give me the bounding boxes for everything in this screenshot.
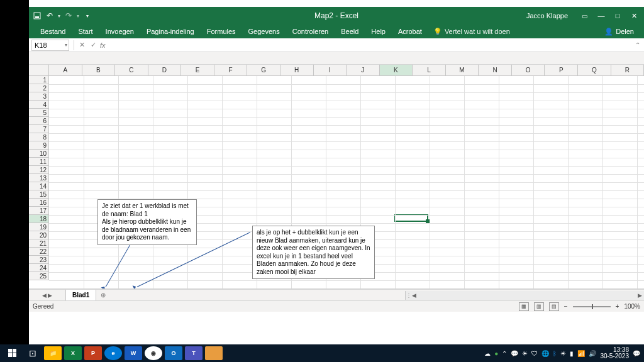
tray-security-icon[interactable]: 🛡 (531, 350, 538, 357)
scroll-right-icon[interactable]: ▶ (635, 291, 644, 300)
row-header-10[interactable]: 10 (29, 150, 48, 158)
row-header-19[interactable]: 19 (29, 223, 48, 231)
row-header-18[interactable]: 18 (29, 215, 48, 223)
column-header-J[interactable]: J (347, 65, 380, 75)
row-header-8[interactable]: 8 (29, 133, 48, 141)
tray-icon[interactable]: ● (494, 350, 498, 357)
tab-help[interactable]: Help (365, 25, 392, 38)
share-button[interactable]: 👤 Delen (604, 28, 639, 36)
tray-battery-icon[interactable]: ▮ (570, 350, 574, 357)
page-layout-view-button[interactable]: ▥ (534, 302, 544, 311)
taskbar-clock[interactable]: 13:38 30-5-2023 (600, 347, 629, 359)
row-header-1[interactable]: 1 (29, 76, 48, 84)
fx-label[interactable]: fx (100, 41, 106, 49)
start-button[interactable] (4, 346, 21, 360)
enter-formula-button[interactable]: ✓ (87, 41, 99, 49)
row-header-5[interactable]: 5 (29, 109, 48, 117)
maximize-button[interactable]: □ (610, 10, 625, 21)
column-header-L[interactable]: L (413, 65, 446, 75)
qat-customize-icon[interactable]: ▾ (83, 11, 92, 20)
expand-formula-bar-icon[interactable]: ⌃ (631, 41, 644, 48)
tray-brightness-icon[interactable]: ☀ (560, 350, 566, 357)
close-button[interactable]: ✕ (626, 10, 641, 21)
tab-gegevens[interactable]: Gegevens (242, 25, 286, 38)
row-header-21[interactable]: 21 (29, 239, 48, 248)
notifications-icon[interactable]: 💬 (633, 350, 640, 357)
row-header-15[interactable]: 15 (29, 190, 48, 199)
row-header-25[interactable]: 25 (29, 272, 48, 280)
redo-icon[interactable]: ↷ (64, 11, 73, 20)
row-header-22[interactable]: 22 (29, 248, 48, 256)
save-icon[interactable] (33, 11, 42, 20)
column-header-O[interactable]: O (512, 65, 545, 75)
column-header-A[interactable]: A (49, 65, 82, 75)
new-sheet-button[interactable]: ⊕ (96, 292, 110, 299)
column-header-E[interactable]: E (181, 65, 214, 75)
row-header-11[interactable]: 11 (29, 158, 48, 166)
tray-bluetooth-icon[interactable]: ᛒ (553, 350, 557, 357)
tab-invoegen[interactable]: Invoegen (99, 25, 140, 38)
row-header-7[interactable]: 7 (29, 125, 48, 133)
tab-acrobat[interactable]: Acrobat (392, 25, 428, 38)
normal-view-button[interactable]: ▦ (519, 302, 529, 311)
column-header-C[interactable]: C (115, 65, 148, 75)
column-header-H[interactable]: H (280, 65, 314, 75)
column-header-Q[interactable]: Q (578, 65, 611, 75)
zoom-slider[interactable] (573, 306, 611, 307)
ribbon-display-icon[interactable]: ▭ (582, 13, 587, 19)
row-header-16[interactable]: 16 (29, 199, 48, 207)
tray-onedrive-icon[interactable]: ☁ (484, 350, 491, 357)
tab-formules[interactable]: Formules (201, 25, 242, 38)
column-header-F[interactable]: F (214, 65, 248, 75)
column-header-K[interactable]: K (380, 65, 413, 75)
edge-icon[interactable]: e (104, 346, 122, 360)
row-header-4[interactable]: 4 (29, 101, 48, 109)
zoom-out-button[interactable]: − (564, 303, 568, 310)
spreadsheet-grid[interactable]: ABCDEFGHIJKLMNOPQR 123456789101112131415… (29, 65, 644, 289)
row-header-2[interactable]: 2 (29, 84, 48, 92)
row-header-12[interactable]: 12 (29, 166, 48, 174)
tell-me-search[interactable]: 💡 Vertel wat u wilt doen (433, 28, 510, 36)
column-header-B[interactable]: B (82, 65, 116, 75)
word-icon[interactable]: W (125, 346, 142, 360)
sheet-tab-blad1[interactable]: Blad1 (65, 290, 96, 301)
powerpoint-icon[interactable]: P (84, 346, 102, 360)
row-header-9[interactable]: 9 (29, 141, 48, 150)
row-header-14[interactable]: 14 (29, 182, 48, 190)
column-header-I[interactable]: I (314, 65, 347, 75)
tray-volume-icon[interactable]: 🔊 (589, 350, 596, 357)
zoom-in-button[interactable]: + (616, 303, 619, 310)
outlook-icon[interactable]: O (165, 346, 182, 360)
row-header-17[interactable]: 17 (29, 207, 48, 215)
column-header-R[interactable]: R (611, 65, 644, 75)
tray-chevron-icon[interactable]: ⌃ (502, 350, 507, 357)
row-header-13[interactable]: 13 (29, 174, 48, 182)
tab-pagina-indeling[interactable]: Pagina-indeling (140, 25, 201, 38)
row-header-23[interactable]: 23 (29, 256, 48, 264)
scroll-left-icon[interactable]: ◀ (409, 291, 418, 300)
tray-lang-icon[interactable]: 🌐 (541, 350, 549, 357)
horizontal-scrollbar[interactable]: ⋮ ◀ ▶ (405, 291, 644, 300)
name-box[interactable]: K18 (31, 40, 69, 51)
column-header-N[interactable]: N (479, 65, 512, 75)
tray-weather-icon[interactable]: ☀ (522, 350, 528, 357)
column-header-M[interactable]: M (446, 65, 479, 75)
row-header-3[interactable]: 3 (29, 92, 48, 101)
column-header-P[interactable]: P (545, 65, 578, 75)
user-name[interactable]: Jacco Klappe (526, 12, 568, 19)
chrome-icon[interactable]: ◉ (145, 346, 162, 360)
tab-start[interactable]: Start (72, 25, 99, 38)
task-view-button[interactable]: ⊡ (24, 346, 42, 360)
teams-icon[interactable]: T (185, 346, 203, 360)
column-header-D[interactable]: D (148, 65, 182, 75)
tray-wifi-icon[interactable]: 📶 (577, 350, 585, 357)
row-header-6[interactable]: 6 (29, 117, 48, 125)
minimize-button[interactable]: — (594, 10, 609, 21)
sheet-nav-buttons[interactable]: ◀▶ (29, 292, 65, 299)
tab-bestand[interactable]: Bestand (34, 25, 72, 38)
row-header-20[interactable]: 20 (29, 231, 48, 239)
tray-meet-icon[interactable]: 💬 (511, 350, 518, 357)
page-break-view-button[interactable]: ▤ (549, 302, 559, 311)
zoom-level[interactable]: 100% (624, 303, 640, 310)
tab-controleren[interactable]: Controleren (286, 25, 335, 38)
